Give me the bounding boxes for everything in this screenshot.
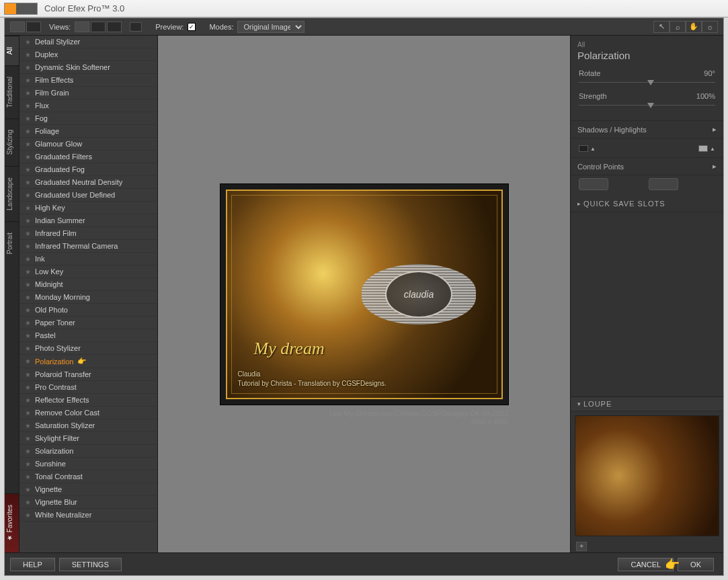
control-points-section[interactable]: Control Points▸ bbox=[571, 158, 723, 175]
help-button[interactable]: HELP bbox=[10, 558, 55, 571]
favorite-star-icon[interactable]: ★ bbox=[25, 358, 31, 365]
category-tab-landscape[interactable]: Landscape bbox=[5, 166, 19, 221]
favorite-star-icon[interactable]: ★ bbox=[25, 294, 31, 301]
filter-item[interactable]: ★Dynamic Skin Softener bbox=[19, 61, 157, 74]
favorite-star-icon[interactable]: ★ bbox=[25, 371, 31, 378]
favorite-star-icon[interactable]: ★ bbox=[25, 435, 31, 442]
cancel-button[interactable]: CANCEL bbox=[618, 558, 674, 571]
filter-item[interactable]: ★Infrared Film bbox=[19, 227, 157, 240]
favorite-star-icon[interactable]: ★ bbox=[25, 217, 31, 224]
filter-item[interactable]: ★Graduated Neutral Density bbox=[19, 176, 157, 189]
favorite-star-icon[interactable]: ★ bbox=[25, 448, 31, 455]
preview-checkbox[interactable]: ✓ bbox=[188, 23, 196, 31]
filter-item[interactable]: ★Graduated Fog bbox=[19, 163, 157, 176]
loupe-pin-button[interactable]: ✦ bbox=[576, 542, 587, 551]
favorite-star-icon[interactable]: ★ bbox=[25, 89, 31, 97]
filter-item[interactable]: ★Solarization bbox=[19, 445, 157, 458]
view-split-icon[interactable] bbox=[91, 22, 106, 32]
favorite-star-icon[interactable]: ★ bbox=[25, 179, 31, 186]
favorites-tab[interactable]: ★ Favorites bbox=[5, 493, 19, 552]
filter-item[interactable]: ★Saturation Stylizer bbox=[19, 419, 157, 432]
filter-item[interactable]: ★Ink bbox=[19, 253, 157, 265]
filter-item[interactable]: ★Monday Morning bbox=[19, 291, 157, 304]
favorite-star-icon[interactable]: ★ bbox=[25, 319, 31, 327]
view-single-icon[interactable] bbox=[75, 22, 89, 32]
filter-item[interactable]: ★Detail Stylizer bbox=[19, 36, 157, 48]
favorite-star-icon[interactable]: ★ bbox=[25, 38, 31, 46]
rotate-slider[interactable] bbox=[579, 80, 715, 85]
filter-item[interactable]: ★White Neutralizer bbox=[19, 509, 157, 522]
filter-item[interactable]: ★Duplex bbox=[19, 48, 157, 61]
favorite-star-icon[interactable]: ★ bbox=[25, 204, 31, 212]
views-dropdown[interactable] bbox=[130, 22, 142, 32]
filter-item[interactable]: ★Midnight bbox=[19, 278, 157, 291]
panel-left-icon[interactable] bbox=[10, 22, 25, 32]
category-tab-traditional[interactable]: Traditional bbox=[5, 65, 19, 118]
favorite-star-icon[interactable]: ★ bbox=[25, 486, 31, 493]
favorite-star-icon[interactable]: ★ bbox=[25, 306, 31, 314]
favorite-star-icon[interactable]: ★ bbox=[25, 115, 31, 122]
view-side-icon[interactable] bbox=[107, 22, 122, 32]
favorite-star-icon[interactable]: ★ bbox=[25, 153, 31, 161]
favorite-star-icon[interactable]: ★ bbox=[25, 230, 31, 237]
favorite-star-icon[interactable]: ★ bbox=[25, 255, 31, 263]
filter-item[interactable]: ★Paper Toner bbox=[19, 317, 157, 329]
favorite-star-icon[interactable]: ★ bbox=[25, 268, 31, 276]
favorite-star-icon[interactable]: ★ bbox=[25, 511, 31, 519]
category-tab-portrait[interactable]: Portrait bbox=[5, 221, 19, 265]
filter-item[interactable]: ★Pro Contrast bbox=[19, 381, 157, 394]
favorite-star-icon[interactable]: ★ bbox=[25, 51, 31, 58]
favorite-star-icon[interactable]: ★ bbox=[25, 345, 31, 352]
favorite-star-icon[interactable]: ★ bbox=[25, 422, 31, 429]
light-icon[interactable]: ☼ bbox=[702, 21, 718, 33]
favorite-star-icon[interactable]: ★ bbox=[25, 243, 31, 250]
favorite-star-icon[interactable]: ★ bbox=[25, 473, 31, 481]
shadow-swatch[interactable] bbox=[579, 145, 588, 152]
filter-item[interactable]: ★Low Key bbox=[19, 265, 157, 278]
strength-slider[interactable] bbox=[579, 103, 715, 108]
highlight-swatch[interactable] bbox=[698, 145, 708, 152]
pan-icon[interactable]: ✋ bbox=[686, 21, 702, 33]
filter-item[interactable]: ★Tonal Contrast bbox=[19, 470, 157, 483]
filter-item[interactable]: ★Polarization👉 bbox=[19, 355, 157, 368]
favorite-star-icon[interactable]: ★ bbox=[25, 460, 31, 468]
favorite-star-icon[interactable]: ★ bbox=[25, 77, 31, 84]
modes-select[interactable]: Original Image bbox=[237, 21, 305, 33]
filter-item[interactable]: ★Film Grain bbox=[19, 87, 157, 99]
quick-save-header[interactable]: ▸QUICK SAVE SLOTS bbox=[571, 196, 723, 212]
filter-item[interactable]: ★Reflector Effects bbox=[19, 394, 157, 407]
favorite-star-icon[interactable]: ★ bbox=[25, 64, 31, 71]
category-tab-all[interactable]: All bbox=[5, 36, 19, 65]
filter-item[interactable]: ★Graduated User Defined bbox=[19, 189, 157, 202]
filter-item[interactable]: ★Sunshine bbox=[19, 458, 157, 470]
remove-control-point-button[interactable] bbox=[649, 178, 678, 190]
ok-button[interactable]: OK 👉 bbox=[678, 558, 714, 571]
filter-item[interactable]: ★Vignette Blur bbox=[19, 496, 157, 509]
favorite-star-icon[interactable]: ★ bbox=[25, 384, 31, 391]
filter-item[interactable]: ★Remove Color Cast bbox=[19, 407, 157, 419]
settings-button[interactable]: SETTINGS bbox=[59, 558, 122, 571]
filter-item[interactable]: ★Fog bbox=[19, 112, 157, 125]
filter-item[interactable]: ★Photo Stylizer bbox=[19, 342, 157, 355]
favorite-star-icon[interactable]: ★ bbox=[25, 499, 31, 506]
favorite-star-icon[interactable]: ★ bbox=[25, 409, 31, 417]
pointer-icon[interactable]: ↖ bbox=[653, 21, 670, 33]
filter-item[interactable]: ★Graduated Filters bbox=[19, 151, 157, 163]
filter-item[interactable]: ★Indian Summer bbox=[19, 214, 157, 227]
filter-item[interactable]: ★Glamour Glow bbox=[19, 138, 157, 151]
favorite-star-icon[interactable]: ★ bbox=[25, 140, 31, 148]
filter-item[interactable]: ★Vignette bbox=[19, 483, 157, 496]
filter-list[interactable]: ★Detail Stylizer★Duplex★Dynamic Skin Sof… bbox=[19, 36, 158, 552]
filter-item[interactable]: ★Film Effects bbox=[19, 74, 157, 87]
favorite-star-icon[interactable]: ★ bbox=[25, 128, 31, 135]
favorite-star-icon[interactable]: ★ bbox=[25, 332, 31, 339]
filter-item[interactable]: ★Skylight Filter bbox=[19, 432, 157, 445]
loupe-header[interactable]: ▾LOUPE bbox=[571, 397, 723, 411]
filter-item[interactable]: ★Polaroid Transfer bbox=[19, 368, 157, 381]
favorite-star-icon[interactable]: ★ bbox=[25, 166, 31, 173]
shadows-highlights-section[interactable]: Shadows / Highlights▸ bbox=[571, 121, 723, 138]
add-control-point-button[interactable] bbox=[579, 178, 608, 190]
favorite-star-icon[interactable]: ★ bbox=[25, 102, 31, 110]
favorite-star-icon[interactable]: ★ bbox=[25, 397, 31, 404]
favorite-star-icon[interactable]: ★ bbox=[25, 281, 31, 288]
